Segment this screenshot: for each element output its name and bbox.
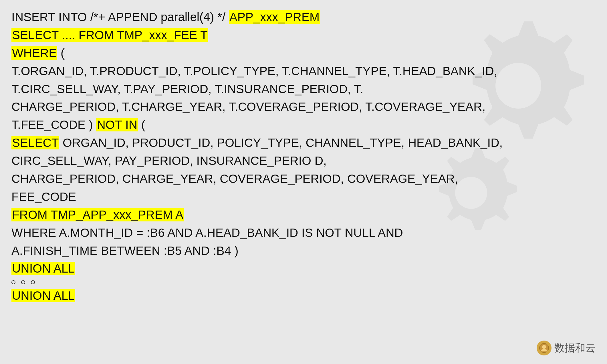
union-all-1-highlight: UNION ALL bbox=[11, 262, 75, 275]
sql-line-4: T.ORGAN_ID, T.PRODUCT_ID, T.POLICY_TYPE,… bbox=[11, 63, 596, 80]
main-content: INSERT INTO /*+ APPEND parallel(4) */ AP… bbox=[0, 0, 607, 314]
sql-line-10: CHARGE_PERIOD, CHARGE_YEAR, COVERAGE_PER… bbox=[11, 170, 596, 188]
sql-line-7: T.FEE_CODE ) NOT IN ( bbox=[11, 116, 596, 134]
from-highlight: FROM TMP_APP_xxx_PREM A bbox=[11, 208, 184, 221]
insert-into-text: INSERT INTO /*+ APPEND parallel(4) */ bbox=[11, 10, 229, 24]
sql-line-11: FEE_CODE bbox=[11, 188, 596, 206]
sql-line-2: SELECT .... FROM TMP_xxx_FEE T bbox=[11, 27, 596, 44]
not-in-highlight: NOT IN bbox=[96, 118, 138, 131]
sql-line-15: UNION ALL bbox=[11, 260, 596, 277]
union-all-2-highlight: UNION ALL bbox=[11, 289, 75, 302]
where-highlight: WHERE bbox=[11, 46, 57, 60]
select-highlight: SELECT bbox=[11, 136, 59, 149]
watermark: 数据和云 bbox=[537, 341, 596, 355]
sql-line-9: CIRC_SELL_WAY, PAY_PERIOD, INSURANCE_PER… bbox=[11, 152, 596, 170]
sql-line-6: CHARGE_PERIOD, T.CHARGE_YEAR, T.COVERAGE… bbox=[11, 98, 596, 116]
sql-code-block: INSERT INTO /*+ APPEND parallel(4) */ AP… bbox=[11, 9, 596, 305]
dots-separator bbox=[11, 280, 596, 284]
watermark-label: 数据和云 bbox=[554, 341, 596, 355]
select-from-highlight: SELECT .... FROM TMP_xxx_FEE T bbox=[11, 28, 208, 42]
sql-line-16: UNION ALL bbox=[11, 287, 596, 305]
dot-3 bbox=[31, 280, 35, 284]
sql-line-14: A.FINISH_TIME BETWEEN :B5 AND :B4 ) bbox=[11, 242, 596, 260]
not-in-paren: ( bbox=[138, 118, 145, 131]
where-paren: ( bbox=[57, 46, 65, 60]
sql-line-13: WHERE A.MONTH_ID = :B6 AND A.HEAD_BANK_I… bbox=[11, 224, 596, 242]
dot-1 bbox=[11, 280, 15, 284]
app-xxx-prem-highlight: APP_xxx_PREM bbox=[229, 10, 320, 24]
fee-code-text: T.FEE_CODE ) bbox=[11, 118, 96, 131]
sql-line-3: WHERE ( bbox=[11, 45, 596, 62]
svg-point-1 bbox=[542, 345, 546, 349]
dot-2 bbox=[21, 280, 25, 284]
watermark-icon bbox=[537, 341, 552, 355]
select-fields: ORGAN_ID, PRODUCT_ID, POLICY_TYPE, CHANN… bbox=[59, 136, 503, 149]
sql-line-5: T.CIRC_SELL_WAY, T.PAY_PERIOD, T.INSURAN… bbox=[11, 81, 596, 98]
sql-line-8: SELECT ORGAN_ID, PRODUCT_ID, POLICY_TYPE… bbox=[11, 134, 596, 152]
sql-line-12: FROM TMP_APP_xxx_PREM A bbox=[11, 206, 596, 224]
sql-line-1: INSERT INTO /*+ APPEND parallel(4) */ AP… bbox=[11, 9, 596, 26]
